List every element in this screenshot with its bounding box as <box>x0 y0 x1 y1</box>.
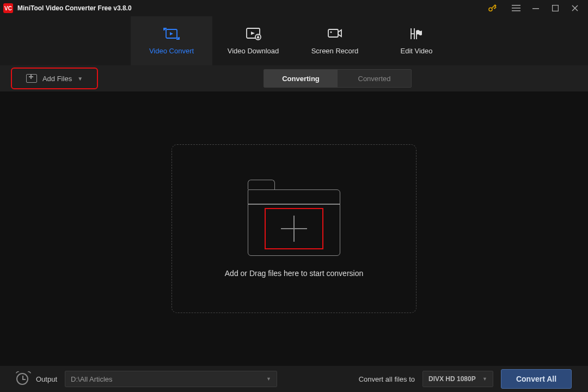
svg-point-0 <box>489 8 492 11</box>
svg-rect-9 <box>328 29 338 37</box>
main-area: Add or Drag files here to start conversi… <box>0 91 588 366</box>
format-value: DIVX HD 1080P <box>428 375 476 383</box>
record-icon <box>326 27 344 40</box>
chevron-down-icon: ▼ <box>482 376 487 382</box>
add-file-icon <box>26 74 37 83</box>
dropzone-message: Add or Drag files here to start conversi… <box>225 269 363 278</box>
tab-video-download[interactable]: Video Download <box>212 16 294 65</box>
tab-label: Edit Video <box>400 47 432 55</box>
convert-to-label: Convert all files to <box>359 375 415 383</box>
subtab-converted[interactable]: Converted <box>338 70 411 87</box>
footer: Output D:\All Articles ▼ Convert all fil… <box>0 366 588 392</box>
main-nav: Video Convert Video Download Screen Reco… <box>0 16 588 65</box>
tab-label: Video Convert <box>149 47 194 55</box>
tab-edit-video[interactable]: Edit Video <box>376 16 457 65</box>
titlebar: VC MiniTool Video Converter Free v3.8.0 <box>0 0 588 16</box>
minimize-icon[interactable] <box>526 0 546 16</box>
add-files-button[interactable]: Add Files ▼ <box>11 68 98 89</box>
convert-all-button[interactable]: Convert All <box>501 369 572 389</box>
tab-label: Video Download <box>228 47 279 55</box>
svg-rect-3 <box>512 10 520 11</box>
output-label: Output <box>36 375 57 383</box>
tab-label: Screen Record <box>311 47 359 55</box>
svg-rect-4 <box>532 8 539 9</box>
subtab-group: Converting Converted <box>264 69 412 88</box>
output-format-select[interactable]: DIVX HD 1080P ▼ <box>422 371 493 387</box>
plus-icon <box>281 216 307 242</box>
convert-icon <box>163 27 180 40</box>
subtab-converting[interactable]: Converting <box>264 70 338 87</box>
dropzone[interactable]: Add or Drag files here to start conversi… <box>171 144 416 313</box>
chevron-down-icon: ▼ <box>77 76 83 82</box>
upgrade-key-icon[interactable] <box>482 0 502 16</box>
download-icon <box>244 27 262 40</box>
maximize-icon[interactable] <box>546 0 565 16</box>
tab-screen-record[interactable]: Screen Record <box>294 16 376 65</box>
svg-rect-1 <box>512 5 520 6</box>
output-path-value: D:\All Articles <box>71 375 113 383</box>
folder-icon <box>248 180 340 256</box>
scheduler-icon[interactable] <box>16 373 28 385</box>
app-logo: VC <box>3 3 13 13</box>
add-files-label: Add Files <box>42 75 72 83</box>
svg-point-10 <box>330 31 332 33</box>
toolbar: Add Files ▼ Converting Converted <box>0 65 588 91</box>
close-icon[interactable] <box>565 0 585 16</box>
add-plus-highlight <box>265 208 323 249</box>
edit-icon <box>408 27 425 40</box>
chevron-down-icon: ▼ <box>266 376 271 382</box>
svg-rect-2 <box>512 8 520 9</box>
output-path-select[interactable]: D:\All Articles ▼ <box>65 371 277 387</box>
svg-rect-5 <box>553 5 559 11</box>
menu-icon[interactable] <box>506 0 526 16</box>
tab-video-convert[interactable]: Video Convert <box>131 16 212 65</box>
app-title: MiniTool Video Converter Free v3.8.0 <box>17 4 132 12</box>
